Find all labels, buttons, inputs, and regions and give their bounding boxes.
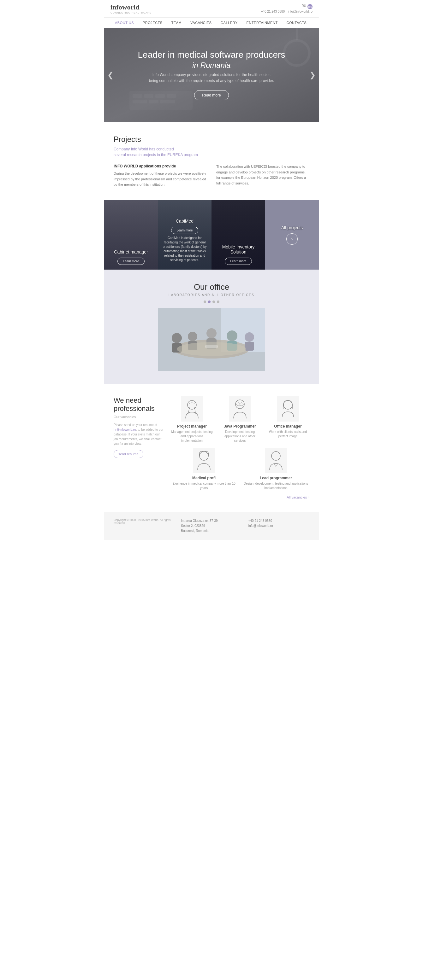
vacancies-left: We needprofessionals Our vacancies Pleas… (113, 396, 164, 499)
language-switcher[interactable]: RU EN (302, 4, 313, 9)
office-dot-2[interactable] (208, 301, 211, 303)
svg-point-26 (187, 401, 196, 409)
projects-grid: Cabinet manager Learn more CabiMed Learn… (104, 200, 319, 270)
nav-projects[interactable]: PROJECTS (138, 18, 167, 28)
projects-col2: The collaboration with UEFISCDI boosted … (216, 164, 310, 188)
logo-subtitle: CONNECTING HEALTHCARE (110, 11, 152, 14)
nav-about[interactable]: ABOUT US (110, 18, 138, 28)
office-image (158, 308, 265, 371)
project-cabimed-desc: CabiMed is designed for facilitating the… (163, 236, 207, 262)
office-dot-4[interactable] (217, 301, 219, 303)
navigation: ABOUT US PROJECTS TEAM VACANCIES GALLERY… (104, 18, 319, 28)
footer-copyright-col: Copyright © 2000 - 2015 Info World. All … (113, 519, 174, 533)
lang-ru[interactable]: RU (302, 4, 306, 9)
cabimed-learn-button[interactable]: Learn more (171, 227, 198, 234)
vacancy-project-manager-desc: Management projects, testing and applica… (171, 430, 213, 443)
read-more-button[interactable]: Read more (194, 90, 228, 100)
send-resume-button[interactable]: send resume (113, 450, 143, 458)
footer: Copyright © 2000 - 2015 Info World. All … (104, 512, 319, 540)
cabinet-manager-learn-button[interactable]: Learn more (117, 258, 144, 265)
projects-col1-label: INFO WORLD applications provide (113, 164, 207, 169)
svg-point-37 (271, 452, 280, 460)
project-cabimed: CabiMed Learn more CabiMed is designed f… (158, 200, 212, 270)
svg-point-18 (206, 328, 217, 338)
footer-contact-col: +40 21 243 0580 info@infoworld.ro (249, 519, 310, 533)
footer-address-col: Intrarea Glucoza nr. 37-39Sector 2, 0238… (181, 519, 242, 533)
vacancy-project-manager-avatar (181, 396, 203, 422)
all-vacancies-link[interactable]: All vacancies › (287, 495, 310, 499)
svg-point-14 (172, 333, 182, 343)
nav-vacancies[interactable]: VACANCIES (186, 18, 216, 28)
hero-next-button[interactable]: ❯ (310, 71, 316, 80)
vacancies-email[interactable]: hr@infoworld.ro (113, 428, 136, 431)
header: infoworld CONNECTING HEALTHCARE RU EN +4… (104, 0, 319, 18)
svg-point-22 (245, 332, 254, 342)
svg-rect-25 (205, 345, 218, 348)
office-title: Our office (110, 282, 313, 292)
projects-col2-text: The collaboration with UEFISCDI boosted … (216, 164, 310, 186)
footer-email: info@infoworld.ro (249, 523, 310, 528)
office-dot-3[interactable] (212, 301, 215, 303)
office-subtitle: LABORATORIES AND ALL OTHER OFFICES (110, 293, 313, 297)
vacancy-lead-programmer-avatar (265, 448, 287, 473)
svg-point-35 (284, 401, 292, 409)
project-cabinet-manager-name: Cabinet manager (114, 250, 148, 255)
office-section: Our office LABORATORIES AND ALL OTHER OF… (104, 270, 319, 384)
svg-point-30 (237, 402, 240, 406)
vacancy-java-programmer-desc: Development, testing applications and ot… (219, 430, 261, 443)
hero-section: ❮ Leader in medical software producers i… (104, 28, 319, 123)
vacancy-office-manager: Office manager Work with clients, calls … (267, 396, 310, 443)
footer-phone: +40 21 243 0580 (249, 519, 310, 523)
office-dot-1[interactable] (204, 301, 206, 303)
projects-col1: INFO WORLD applications provide During t… (113, 164, 207, 188)
projects-title: Projects (113, 135, 310, 144)
vacancies-layout: We needprofessionals Our vacancies Pleas… (113, 396, 310, 499)
vacancy-lead-programmer-desc: Design, development, testing and applica… (243, 482, 310, 490)
hero-content: Leader in medical software producers in … (132, 43, 292, 107)
svg-point-20 (227, 331, 237, 341)
project-mobile-name: Mobile Inventory Solution (216, 244, 260, 255)
vacancies-title: We needprofessionals (113, 396, 164, 413)
nav-gallery[interactable]: GALLERY (216, 18, 242, 28)
projects-subtitle: Company Info World has conductedseveral … (113, 146, 310, 158)
hero-title: Leader in medical software producers in … (138, 50, 286, 70)
projects-col1-text: During the development of these projects… (113, 171, 207, 188)
project-cabinet-manager: Cabinet manager Learn more (104, 200, 158, 270)
vacancy-medical-profi-name: Medical profi (192, 476, 215, 480)
svg-point-24 (177, 342, 246, 356)
svg-point-36 (200, 452, 208, 460)
logo-name: infoworld (110, 3, 152, 11)
vacancy-office-manager-desc: Work with clients, calls and perfect ima… (267, 430, 310, 439)
nav-entertainment[interactable]: ENTERTAINMENT (242, 18, 282, 28)
svg-point-16 (188, 332, 197, 341)
lang-en-active[interactable]: EN (308, 4, 313, 9)
project-cabimed-name: CabiMed (176, 218, 193, 224)
header-email: info@infoworld.ro (288, 10, 313, 13)
vacancy-lead-programmer-name: Lead programmer (260, 476, 292, 480)
footer-copyright: Copyright © 2000 - 2015 Info World. All … (113, 519, 174, 525)
vacancy-java-programmer-name: Java Programmer (224, 424, 256, 428)
footer-address: Intrarea Glucoza nr. 37-39Sector 2, 0238… (181, 519, 242, 533)
vacancy-java-programmer: Java Programmer Development, testing app… (219, 396, 261, 443)
projects-section: Projects Company Info World has conducte… (104, 123, 319, 200)
all-projects-item[interactable]: All projects › (265, 200, 319, 270)
nav-contacts[interactable]: CONTACTS (282, 18, 311, 28)
projects-text: INFO WORLD applications provide During t… (113, 164, 310, 188)
vacancies-note: Please send us your resume at hr@infowor… (113, 423, 164, 446)
all-vacancies-arrow: › (308, 495, 310, 499)
header-phone: +40 21 243 0580 (261, 10, 285, 13)
all-projects-label: All projects (281, 225, 303, 230)
vacancy-medical-profi-avatar (193, 448, 215, 473)
all-projects-arrow[interactable]: › (286, 233, 298, 245)
vacancies-subtitle: Our vacancies (113, 415, 164, 419)
header-right: RU EN +40 21 243 0580 info@infoworld.ro (261, 4, 313, 13)
vacancies-section: We needprofessionals Our vacancies Pleas… (104, 384, 319, 512)
hero-description: Info World company provides integrated s… (148, 72, 275, 84)
vacancy-office-manager-avatar (277, 396, 299, 422)
hero-prev-button[interactable]: ❮ (107, 71, 113, 80)
nav-team[interactable]: TEAM (167, 18, 186, 28)
logo[interactable]: infoworld CONNECTING HEALTHCARE (110, 3, 152, 14)
vacancy-medical-profi: Medical profi Expirience in medical comp… (171, 448, 237, 490)
svg-point-31 (240, 402, 243, 406)
mobile-inventory-learn-button[interactable]: Learn more (225, 258, 252, 265)
